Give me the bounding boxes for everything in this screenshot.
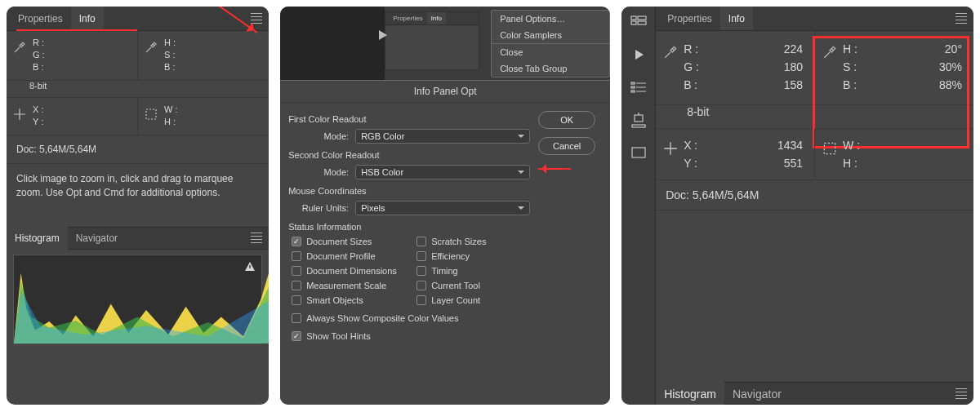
eyedropper-icon [662,44,679,60]
tab-histogram[interactable]: Histogram [7,226,68,250]
group-status-information: Status Information [288,222,530,232]
check-label: Document Profile [306,251,375,261]
menu-close[interactable]: Close [492,43,609,60]
ok-button[interactable]: OK [538,111,595,129]
select-first-readout-mode[interactable]: RGB Color [355,129,530,144]
label-h: H : [843,157,866,170]
group-first-color-readout: First Color Readout [288,114,530,124]
checkbox-always-composite[interactable] [292,313,301,323]
label-b: B : [684,78,706,91]
group-second-color-readout: Second Color Readout [288,150,530,160]
checkbox-document-dimensions[interactable] [292,266,301,276]
document-size: Doc: 5,64M/5,64M [7,135,269,164]
select-ruler-units[interactable]: Pixels [355,201,530,215]
selection-bounds-icon [822,140,838,157]
label-h: H : [164,117,187,126]
dialog-title: Info Panel Opt [280,81,610,103]
color-readout-row: R : G : B : 224 180 158 H : S : B : [656,31,973,105]
svg-rect-11 [824,143,835,153]
label-g: G : [684,60,706,73]
tab-properties[interactable]: Properties [659,7,720,30]
menu-panel-options[interactable]: Panel Options… [492,11,609,27]
check-label: Timing [431,266,458,276]
value-r: 224 [770,42,803,55]
label-r: R : [684,42,706,55]
history-panel-icon[interactable] [629,78,648,96]
label-s: S : [843,60,866,73]
tab-properties[interactable]: Properties [10,7,71,30]
label-r: R : [33,38,56,47]
svg-rect-9 [632,125,645,127]
histogram-curve [14,255,269,343]
selection-dimensions: W : H : [137,98,269,135]
value-x: 1434 [770,139,803,152]
svg-rect-6 [631,86,635,88]
info-panel-before: Properties Info R : G : B : H : S : B : [7,7,269,405]
svg-rect-8 [635,115,643,122]
cancel-button[interactable]: Cancel [538,137,595,155]
checkbox-efficiency[interactable] [416,251,426,261]
label-h: H : [164,38,187,47]
bit-depth: 8-bit [656,105,709,128]
cache-warning-icon[interactable] [243,260,256,277]
label-ruler-units: Ruler Units: [300,203,349,213]
eyedropper-icon [11,39,28,55]
bit-depth: 8-bit [7,81,47,97]
value-y: 551 [770,157,803,170]
label-y: Y : [684,157,706,170]
label-x: X : [684,139,706,152]
selection-bounds-icon [143,106,159,122]
panel-menu-icon[interactable] [956,13,967,24]
panel-menu-icon[interactable] [251,233,262,243]
label-b: B : [33,62,56,72]
crosshair-icon [662,140,679,157]
libraries-panel-icon[interactable] [629,144,648,162]
panel-flyout-menu: Panel Options… Color Samplers Close Clos… [491,10,610,78]
bit-depth-row: 8-bit [7,81,269,98]
select-second-readout-mode[interactable]: HSB Color [355,165,530,179]
tab-navigator[interactable]: Navigator [724,381,790,405]
tab-info[interactable]: Info [71,7,104,30]
crosshair-icon [11,106,28,122]
checkbox-measurement-scale[interactable] [292,281,301,290]
checkbox-layer-count[interactable] [416,295,426,305]
play-icon [375,28,390,46]
check-label: Scratch Sizes [431,237,486,246]
tab-navigator[interactable]: Navigator [68,226,126,250]
check-label: Document Dimensions [306,266,397,276]
checkbox-show-tool-hints[interactable] [292,331,301,341]
svg-rect-7 [631,91,635,92]
value-h: 20° [929,42,962,55]
first-color-readout: R : G : B : [7,31,137,80]
check-label: Document Sizes [306,237,372,246]
checkbox-timing[interactable] [416,266,426,276]
annotation-arrow [538,168,571,170]
menu-color-samplers[interactable]: Color Samplers [492,27,609,43]
checkbox-scratch-sizes[interactable] [416,237,426,246]
group-mouse-coordinates: Mouse Coordinates [288,186,530,196]
tab-info-mini: Info [427,12,446,24]
label-h: H : [843,42,866,55]
collapsed-panel-dock [621,7,656,405]
svg-rect-2 [631,21,636,24]
bit-depth-row: 8-bit [656,105,973,129]
checkbox-smart-objects[interactable] [292,295,301,305]
svg-rect-10 [632,148,645,157]
label-b: B : [843,78,866,91]
label-mode: Mode: [300,131,349,141]
tab-info[interactable]: Info [720,7,753,30]
checkbox-document-profile[interactable] [292,251,301,261]
checkbox-current-tool[interactable] [416,281,426,290]
panel-options-dialog-view: Properties Info Panel Options… Color Sam… [280,7,610,405]
actions-panel-icon[interactable] [629,46,648,64]
menu-close-tab-group[interactable]: Close Tab Group [492,60,609,77]
clone-source-panel-icon[interactable] [629,111,648,129]
checkbox-document-sizes[interactable] [292,237,301,246]
layers-panel-icon[interactable] [629,13,648,31]
tab-histogram[interactable]: Histogram [656,381,724,405]
panel-menu-icon[interactable] [956,388,967,399]
eyedropper-icon [143,39,159,55]
svg-rect-3 [638,16,646,20]
info-panel-thumbnail: Properties Info [385,11,479,70]
label-w: W : [164,104,187,114]
